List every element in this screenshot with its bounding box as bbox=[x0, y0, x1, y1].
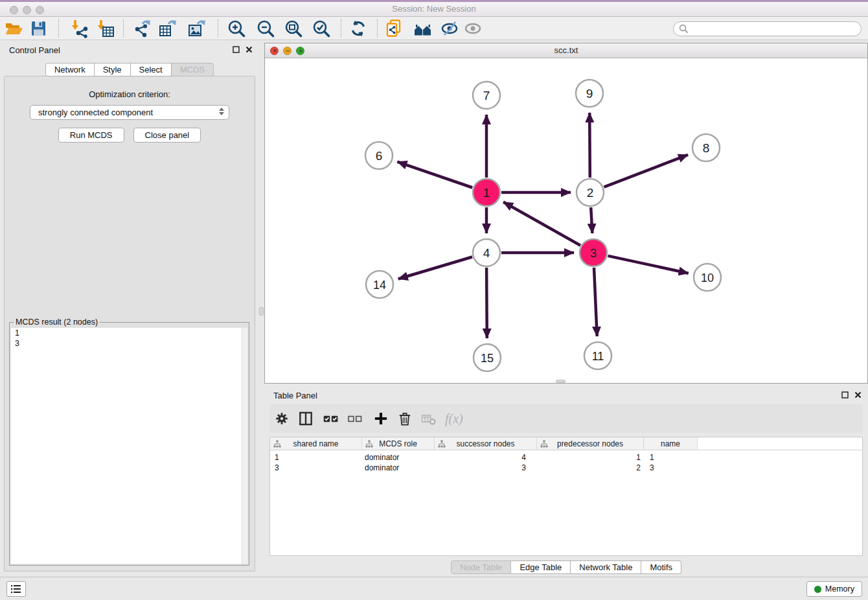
deselect-all-columns-icon[interactable] bbox=[347, 410, 363, 427]
node-1[interactable]: 1 bbox=[473, 179, 500, 206]
edge-3-1[interactable] bbox=[503, 202, 580, 246]
node-8[interactable]: 8 bbox=[692, 134, 720, 161]
task-history-button[interactable] bbox=[6, 581, 26, 597]
zoom-fit-icon[interactable] bbox=[284, 19, 303, 38]
import-table-icon[interactable] bbox=[95, 19, 115, 38]
tab-mcds[interactable]: MCDS bbox=[172, 63, 214, 76]
control-panel-header: Control Panel bbox=[0, 40, 259, 60]
hide-selected-eye-icon[interactable] bbox=[440, 19, 459, 38]
table-cell[interactable]: 2 bbox=[537, 463, 644, 472]
node-15[interactable]: 15 bbox=[474, 344, 501, 371]
search-input[interactable] bbox=[673, 21, 862, 36]
close-panel-button[interactable]: Close panel bbox=[133, 128, 201, 143]
table-cell[interactable]: dominator bbox=[362, 463, 435, 472]
node-14[interactable]: 14 bbox=[366, 271, 393, 298]
svg-text:7: 7 bbox=[483, 89, 490, 102]
node-9[interactable]: 9 bbox=[576, 80, 603, 107]
close-table-panel-icon[interactable] bbox=[854, 391, 862, 398]
network-window-titlebar[interactable]: × − + scc.txt bbox=[265, 43, 867, 58]
result-scrollbar[interactable] bbox=[242, 328, 247, 564]
delete-table-icon bbox=[420, 410, 437, 427]
tab-motifs[interactable]: Motifs bbox=[641, 560, 681, 574]
import-network-icon[interactable] bbox=[69, 19, 89, 38]
node-11[interactable]: 11 bbox=[584, 342, 611, 369]
network-graph[interactable]: 7968124314101511 bbox=[265, 58, 867, 382]
tab-node-table[interactable]: Node Table bbox=[451, 560, 512, 574]
table-options-gear-icon[interactable] bbox=[273, 410, 290, 427]
show-columns-icon[interactable] bbox=[297, 410, 314, 427]
tab-network-table[interactable]: Network Table bbox=[571, 560, 641, 574]
minimize-window-button[interactable] bbox=[23, 6, 31, 14]
node-10[interactable]: 10 bbox=[694, 264, 721, 291]
close-panel-icon[interactable] bbox=[246, 46, 253, 53]
select-all-columns-icon[interactable] bbox=[323, 410, 339, 427]
vertical-splitter-handle[interactable] bbox=[259, 307, 264, 316]
edge-2-8[interactable] bbox=[604, 155, 689, 187]
column-header-successor-nodes[interactable]: successor nodes bbox=[435, 437, 537, 450]
save-icon[interactable] bbox=[29, 19, 48, 38]
criterion-dropdown[interactable]: strongly connected component bbox=[30, 105, 229, 120]
export-table-icon[interactable] bbox=[158, 19, 177, 38]
clone-network-icon[interactable] bbox=[384, 19, 404, 38]
maximize-window-button[interactable] bbox=[36, 6, 44, 14]
network-canvas[interactable]: 7968124314101511 bbox=[265, 58, 867, 382]
edge-1-6[interactable] bbox=[397, 162, 472, 188]
network-close-button[interactable]: × bbox=[270, 47, 279, 55]
node-6[interactable]: 6 bbox=[365, 142, 393, 169]
create-column-plus-icon[interactable] bbox=[372, 410, 389, 427]
zoom-in-icon[interactable] bbox=[227, 19, 246, 38]
network-maximize-button[interactable]: + bbox=[296, 47, 304, 55]
table-row[interactable]: 1dominator411 bbox=[270, 452, 862, 463]
node-4[interactable]: 4 bbox=[473, 239, 500, 266]
node-3[interactable]: 3 bbox=[580, 239, 607, 266]
close-window-button[interactable] bbox=[10, 6, 18, 14]
tab-network[interactable]: Network bbox=[45, 63, 95, 76]
column-header-name[interactable]: name bbox=[644, 437, 698, 450]
table-cell[interactable]: 3 bbox=[644, 463, 698, 472]
edge-3-11[interactable] bbox=[594, 268, 597, 336]
application-window: Session: New Session Contro bbox=[0, 0, 868, 600]
table-cell[interactable]: 3 bbox=[435, 463, 537, 472]
network-view-window: × − + scc.txt 7968124314101511 bbox=[264, 43, 868, 384]
toolbar-separator bbox=[341, 19, 341, 38]
edge-4-15[interactable] bbox=[486, 268, 487, 338]
table-toolbar: f(x) bbox=[269, 404, 863, 433]
table-cell[interactable]: 1 bbox=[644, 453, 698, 462]
tab-select[interactable]: Select bbox=[131, 63, 172, 76]
node-7[interactable]: 7 bbox=[473, 82, 500, 109]
column-header-shared-name[interactable]: shared name bbox=[270, 437, 362, 450]
table-cell[interactable]: 1 bbox=[537, 453, 644, 462]
edge-4-14[interactable] bbox=[398, 257, 472, 279]
refresh-icon[interactable] bbox=[348, 19, 368, 38]
column-header-mcds-role[interactable]: MCDS role bbox=[362, 437, 435, 450]
run-mcds-button[interactable]: Run MCDS bbox=[58, 128, 124, 143]
edge-2-3[interactable] bbox=[591, 207, 592, 233]
table-row[interactable]: 3dominator323 bbox=[270, 463, 862, 473]
table-cell[interactable]: 3 bbox=[270, 463, 362, 472]
network-minimize-button[interactable]: − bbox=[283, 47, 291, 55]
zoom-selected-icon[interactable] bbox=[312, 19, 331, 38]
svg-text:8: 8 bbox=[703, 141, 710, 155]
export-network-icon[interactable] bbox=[133, 19, 152, 38]
float-panel-icon[interactable] bbox=[233, 46, 240, 53]
export-image-icon[interactable] bbox=[187, 19, 207, 38]
delete-columns-trash-icon[interactable] bbox=[396, 410, 413, 427]
node-table[interactable]: shared nameMCDS rolesuccessor nodesprede… bbox=[269, 437, 863, 556]
tab-edge-table[interactable]: Edge Table bbox=[511, 560, 571, 574]
mcds-result-list[interactable]: 13 bbox=[11, 328, 247, 564]
edge-3-10[interactable] bbox=[608, 256, 689, 273]
node-2[interactable]: 2 bbox=[577, 179, 604, 206]
table-cell[interactable]: 1 bbox=[270, 453, 362, 462]
table-cell[interactable]: dominator bbox=[362, 453, 435, 462]
zoom-out-icon[interactable] bbox=[256, 19, 275, 38]
home-networks-icon[interactable] bbox=[413, 19, 433, 38]
open-folder-icon[interactable] bbox=[4, 19, 23, 38]
horizontal-splitter-handle[interactable] bbox=[556, 380, 565, 383]
mcds-result-node: 1 bbox=[11, 328, 247, 338]
memory-button[interactable]: Memory bbox=[806, 581, 862, 597]
table-cell[interactable]: 4 bbox=[435, 453, 537, 462]
column-header-predecessor-nodes[interactable]: predecessor nodes bbox=[537, 437, 644, 450]
edge-2-9[interactable] bbox=[589, 113, 590, 178]
float-table-panel-icon[interactable] bbox=[841, 391, 849, 398]
tab-style[interactable]: Style bbox=[95, 63, 131, 76]
